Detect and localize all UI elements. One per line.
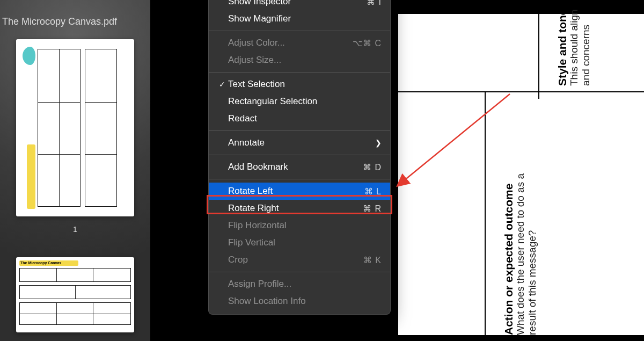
menu-item-label: Redact	[228, 113, 382, 124]
menu-item-rotate-left[interactable]: Rotate Left⌘ L	[209, 183, 390, 200]
menu-item-crop: Crop⌘ K	[209, 251, 390, 269]
section-subtitle-style-2: and concerns	[580, 25, 591, 86]
menu-item-shortcut: ⌘ L	[364, 186, 382, 197]
menu-item-assign-profile: Assign Profile...	[209, 275, 390, 293]
menu-separator	[209, 155, 390, 155]
menu-item-label: Assign Profile...	[228, 279, 382, 289]
thumbnail-sidebar: The Microcopy Canvas.pdf	[0, 0, 150, 341]
menu-item-flip-horizontal: Flip Horizontal	[209, 217, 390, 234]
menu-item-show-location-info: Show Location Info	[209, 293, 390, 310]
file-title: The Microcopy Canvas.pdf	[0, 16, 150, 39]
menu-separator	[209, 72, 390, 72]
page-number-label: 1	[73, 225, 77, 234]
menu-item-annotate[interactable]: Annotate❯	[209, 134, 390, 151]
menu-item-shortcut: ⌘ K	[363, 255, 382, 265]
page-thumbnail-1[interactable]	[16, 39, 134, 216]
menu-item-label: Flip Horizontal	[228, 220, 382, 231]
menu-item-label: Show Inspector	[228, 0, 367, 7]
menu-item-label: Adjust Size...	[228, 55, 382, 66]
menu-item-label: Show Location Info	[228, 296, 382, 307]
menu-item-label: Crop	[228, 255, 363, 265]
menu-item-show-magnifier[interactable]: Show Magnifier	[209, 10, 390, 27]
menu-item-adjust-color: Adjust Color...⌥⌘ C	[209, 34, 390, 52]
check-icon: ✓	[216, 80, 228, 89]
section-subtitle-action-1: What does the user need to do as a	[515, 173, 526, 335]
menu-separator	[209, 272, 390, 272]
menu-item-label: Rotate Right	[228, 203, 363, 214]
chevron-right-icon: ❯	[375, 139, 382, 147]
menu-item-show-inspector[interactable]: Show Inspector⌘ I	[209, 0, 390, 10]
menu-item-shortcut: ⌘ I	[367, 0, 382, 7]
menu-item-shortcut: ⌥⌘ C	[353, 38, 382, 48]
menu-item-label: Rotate Left	[228, 186, 364, 197]
menu-item-shortcut: ⌘ R	[363, 204, 382, 214]
menu-item-redact[interactable]: Redact	[209, 110, 390, 127]
menu-item-label: Add Bookmark	[228, 162, 363, 172]
menu-item-adjust-size: Adjust Size...	[209, 52, 390, 69]
section-subtitle-action-2: result of this message?	[526, 230, 538, 335]
menu-item-rectangular-selection[interactable]: Rectangular Selection	[209, 93, 390, 110]
menu-item-add-bookmark[interactable]: Add Bookmark⌘ D	[209, 158, 390, 176]
menu-item-label: Adjust Color...	[228, 38, 353, 48]
menu-separator	[209, 31, 390, 31]
menu-item-label: Rectangular Selection	[228, 96, 382, 107]
section-subtitle-style-1: This should align	[568, 9, 580, 86]
section-title-style: Style and tone	[556, 9, 568, 86]
menu-item-flip-vertical: Flip Vertical	[209, 234, 390, 251]
context-menu[interactable]: Show Inspector⌘ IShow MagnifierAdjust Co…	[208, 0, 391, 315]
menu-separator	[209, 179, 390, 179]
menu-item-label: Flip Vertical	[228, 237, 382, 248]
menu-item-shortcut: ⌘ D	[363, 162, 382, 172]
pdf-page[interactable]: Style and tone This should align and con…	[397, 13, 644, 335]
menu-item-rotate-right[interactable]: Rotate Right⌘ R	[209, 200, 390, 217]
menu-item-label: Show Magnifier	[228, 13, 382, 24]
page-thumbnail-2[interactable]: The Microcopy Canvas	[16, 257, 134, 332]
menu-item-label: Annotate	[228, 137, 375, 148]
section-title-action: Action or expected outcome	[502, 184, 515, 335]
menu-item-label: Text Selection	[228, 79, 382, 90]
menu-separator	[209, 130, 390, 131]
menu-item-text-selection[interactable]: ✓Text Selection	[209, 76, 390, 93]
